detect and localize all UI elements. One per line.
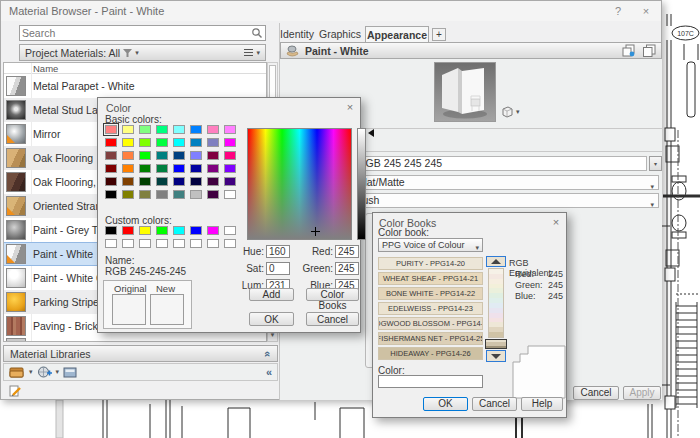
ok-button[interactable]: OK — [423, 397, 468, 411]
field-input[interactable]: 245 — [335, 262, 359, 275]
apply-button[interactable]: Apply — [623, 386, 661, 400]
color-book-entry[interactable]: DOGWOOD BLOSSOM - PPG14-24 — [378, 317, 483, 330]
cancel-button[interactable]: Cancel — [472, 397, 517, 411]
color-swatch[interactable] — [122, 190, 134, 199]
color-book-entry[interactable]: BONE WHITE - PPG14-22 — [378, 287, 483, 300]
color-swatch[interactable] — [173, 125, 185, 134]
color-swatch[interactable] — [190, 226, 202, 235]
color-swatch[interactable] — [122, 226, 134, 235]
color-swatch[interactable] — [156, 164, 168, 173]
color-swatch[interactable] — [224, 138, 236, 147]
color-swatch[interactable] — [190, 151, 202, 160]
color-swatch[interactable] — [207, 239, 219, 248]
color-swatch[interactable] — [105, 226, 117, 235]
color-swatch[interactable] — [190, 125, 202, 134]
color-books-button[interactable]: Color Books — [306, 288, 359, 301]
color-swatch[interactable] — [105, 164, 117, 173]
color-swatch[interactable] — [207, 151, 219, 160]
luminance-slider[interactable] — [357, 128, 366, 240]
color-swatch[interactable] — [105, 151, 117, 160]
color-swatch[interactable] — [224, 226, 236, 235]
replace-asset-icon[interactable] — [622, 44, 637, 57]
add-button[interactable]: Add — [249, 288, 294, 301]
tab-add[interactable]: + — [432, 28, 446, 41]
color-swatch[interactable] — [156, 239, 168, 248]
color-swatch[interactable] — [122, 138, 134, 147]
color-swatch[interactable] — [105, 190, 117, 199]
color-swatch[interactable] — [105, 138, 117, 147]
color-swatch[interactable] — [156, 151, 168, 160]
caret-down-icon[interactable]: ▾ — [56, 368, 60, 376]
color-book-entry[interactable]: WHEAT SHEAF - PPG14-21 — [378, 272, 483, 285]
tab-identity[interactable]: Identity — [277, 26, 317, 42]
color-swatch[interactable] — [139, 177, 151, 186]
color-book-entry[interactable]: EDELWEISS - PPG14-23 — [378, 302, 483, 315]
collapse-pane-icon[interactable]: « — [262, 350, 274, 356]
ok-button[interactable]: OK — [249, 312, 294, 326]
color-swatch[interactable] — [139, 164, 151, 173]
close-icon[interactable]: × — [342, 100, 358, 114]
edit-material-icon[interactable] — [9, 385, 23, 398]
color-swatch[interactable] — [139, 190, 151, 199]
color-swatch[interactable] — [139, 151, 151, 160]
color-swatch[interactable] — [156, 190, 168, 199]
help-button[interactable]: ? — [609, 3, 627, 19]
material-libraries-bar[interactable]: Material Libraries « — [3, 345, 278, 362]
color-swatch[interactable] — [139, 226, 151, 235]
color-field-menu-button[interactable]: ▾ — [649, 156, 662, 171]
color-swatch[interactable] — [173, 177, 185, 186]
cancel-button[interactable]: Cancel — [573, 386, 619, 400]
color-swatch[interactable] — [105, 239, 117, 248]
color-book-entry[interactable]: PURITY - PPG14-20 — [378, 257, 483, 270]
color-book-entry[interactable]: HIDEAWAY - PPG14-26 — [378, 347, 483, 360]
color-swatch[interactable] — [173, 151, 185, 160]
color-book-dropdown[interactable]: PPG Voice of Colour ▾ — [378, 238, 483, 252]
material-row[interactable]: Metal Parapet - White — [4, 74, 266, 98]
view-options-icon[interactable] — [244, 49, 253, 57]
luminance-arrow[interactable] — [368, 129, 374, 137]
color-swatch[interactable] — [156, 125, 168, 134]
color-swatch[interactable] — [224, 125, 236, 134]
color-strip[interactable] — [488, 268, 504, 338]
color-swatch[interactable] — [122, 164, 134, 173]
library-panel-icon[interactable] — [63, 367, 77, 378]
color-swatch[interactable] — [156, 226, 168, 235]
color-swatch[interactable] — [207, 125, 219, 134]
color-swatch[interactable] — [173, 164, 185, 173]
color-swatch[interactable] — [139, 138, 151, 147]
color-swatch[interactable] — [224, 177, 236, 186]
color-swatch[interactable] — [156, 138, 168, 147]
color-swatch[interactable] — [224, 239, 236, 248]
color-swatch[interactable] — [105, 125, 117, 134]
color-swatch[interactable] — [190, 138, 202, 147]
color-value-field[interactable]: RGB 245 245 245 — [341, 156, 647, 171]
color-name-input[interactable] — [378, 375, 483, 388]
color-swatch[interactable] — [122, 125, 134, 134]
color-swatch[interactable] — [173, 226, 185, 235]
library-folder-icon[interactable] — [9, 366, 25, 378]
collapse-library-icon[interactable]: « — [266, 366, 272, 378]
color-swatch[interactable] — [207, 138, 219, 147]
close-button[interactable]: × — [637, 3, 655, 19]
color-swatch[interactable] — [190, 239, 202, 248]
color-swatch[interactable] — [190, 190, 202, 199]
color-swatch[interactable] — [190, 164, 202, 173]
field-input[interactable]: 160 — [266, 245, 290, 258]
search-input[interactable] — [22, 26, 247, 40]
color-swatch[interactable] — [173, 190, 185, 199]
color-swatch[interactable] — [224, 190, 236, 199]
color-swatch[interactable] — [105, 177, 117, 186]
color-swatch[interactable] — [173, 239, 185, 248]
color-swatch[interactable] — [207, 164, 219, 173]
color-swatch[interactable] — [207, 177, 219, 186]
name-column-header[interactable]: Name — [4, 63, 266, 74]
color-swatch[interactable] — [224, 164, 236, 173]
strip-handle[interactable] — [485, 339, 507, 349]
color-swatch[interactable] — [190, 177, 202, 186]
field-input[interactable]: 0 — [266, 262, 290, 275]
create-library-icon[interactable] — [37, 366, 52, 379]
color-swatch[interactable] — [122, 151, 134, 160]
color-swatch[interactable] — [122, 239, 134, 248]
color-swatch[interactable] — [156, 177, 168, 186]
color-swatch[interactable] — [207, 226, 219, 235]
